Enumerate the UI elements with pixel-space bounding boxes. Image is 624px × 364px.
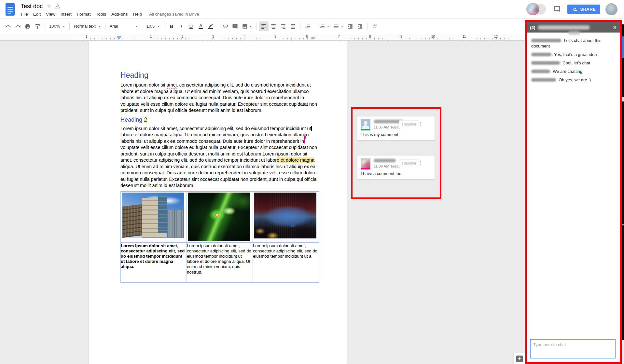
redo-button[interactable] xyxy=(13,21,23,31)
photo-avatar xyxy=(361,158,370,168)
explore-icon xyxy=(516,356,523,362)
comment-text[interactable]: I have a comment too xyxy=(361,171,401,176)
underline-button[interactable]: U xyxy=(186,21,196,31)
comment-menu-icon[interactable] xyxy=(420,161,421,165)
left-indent-bar[interactable] xyxy=(117,36,121,37)
doc-table[interactable]: Lorem ipsum dolor sit amet, consectetur … xyxy=(120,191,319,283)
align-center-button[interactable] xyxy=(269,21,278,31)
chat-input[interactable] xyxy=(530,339,616,358)
font-size-select[interactable]: 10.5 xyxy=(145,21,162,31)
doc-paragraph-2[interactable]: Lorem ipsum dolor sit amet, consectetur … xyxy=(120,126,317,189)
decrease-indent-button[interactable] xyxy=(345,21,355,31)
menu-edit[interactable]: Edit xyxy=(31,11,43,17)
align-justify-button[interactable] xyxy=(288,21,298,31)
close-icon[interactable]: × xyxy=(613,25,617,30)
chat-messages[interactable]: : Let's chat about this document : Yes, … xyxy=(527,33,620,83)
menu-view[interactable]: View xyxy=(43,11,58,17)
scrollbar-thumb[interactable] xyxy=(622,36,624,58)
insert-image-button[interactable] xyxy=(240,21,254,31)
person-add-icon xyxy=(572,7,577,12)
italic-button[interactable]: I xyxy=(176,21,186,31)
green-laser-photo[interactable] xyxy=(188,193,250,241)
highlighted-text: 2 xyxy=(144,116,147,123)
sender-name-blurred xyxy=(531,39,561,42)
menu-help[interactable]: Help xyxy=(130,11,145,17)
bulleted-list-button[interactable] xyxy=(331,21,345,31)
align-right-button[interactable] xyxy=(278,21,288,31)
comment-timestamp: 11:05 AM Today xyxy=(374,125,400,129)
menu-tools[interactable]: Tools xyxy=(93,11,109,17)
clear-formatting-button[interactable] xyxy=(370,21,380,31)
ruler-number: 1 xyxy=(86,35,88,38)
line-spacing-button[interactable] xyxy=(303,21,312,31)
menu-format[interactable]: Format xyxy=(74,11,93,17)
google-docs-logo[interactable] xyxy=(5,3,15,16)
table-cell-text-2[interactable]: Lorem ipsum dolor sit amet, consectetur … xyxy=(187,242,253,283)
doc-paragraph-3[interactable]: . xyxy=(120,283,317,290)
text-color-button[interactable]: A xyxy=(196,21,206,31)
undo-button[interactable] xyxy=(3,21,13,31)
document-body[interactable]: Heading Lorem ipsum dolor sit amej, cons… xyxy=(120,71,317,289)
print-button[interactable] xyxy=(23,21,33,31)
save-status-link[interactable]: All changes saved in Drive xyxy=(149,12,199,17)
building-photo[interactable] xyxy=(122,193,184,238)
ruler-number: 4 xyxy=(244,35,246,38)
paint-format-button[interactable] xyxy=(33,21,42,31)
doc-heading-1[interactable]: Heading xyxy=(120,71,317,80)
document-page[interactable]: Heading Lorem ipsum dolor sit amej, cons… xyxy=(89,40,347,364)
table-cell-text-1[interactable]: Lorem ipsum dolor sit amet, consectetur … xyxy=(121,242,187,283)
numbered-list-button[interactable] xyxy=(317,21,331,31)
right-indent-marker[interactable] xyxy=(311,37,315,40)
highlight-color-button[interactable] xyxy=(206,21,215,31)
resolve-button[interactable]: Resolve xyxy=(399,120,419,128)
insert-comment-button[interactable] xyxy=(230,21,240,31)
misspelled-word: amej xyxy=(167,82,177,88)
document-title[interactable]: Test doc xyxy=(21,3,43,10)
chevron-down-icon xyxy=(327,26,329,27)
table-cell-text-3[interactable]: Lorem ipsum dolor sit amet, consectetur … xyxy=(253,242,319,283)
chevron-down-icon xyxy=(62,26,65,27)
doc-paragraph-1[interactable]: Lorem ipsum dolor sit amej, consectetur … xyxy=(120,82,317,114)
table-cell-image-1[interactable] xyxy=(121,192,187,242)
left-indent-marker[interactable] xyxy=(117,37,121,40)
share-button[interactable]: SHARE xyxy=(567,5,600,14)
menu-insert[interactable]: Insert xyxy=(58,11,74,17)
paragraph-style-select[interactable]: Normal text xyxy=(72,21,103,31)
ruler-number: 1 xyxy=(150,35,152,38)
chat-message: : Let's chat about this document xyxy=(531,38,616,49)
menu-addons[interactable]: Add-ons xyxy=(109,11,130,17)
resolve-button[interactable]: Resolve xyxy=(399,159,419,167)
bold-button[interactable]: B xyxy=(167,21,176,31)
comment-timestamp: 11:06 AM Today xyxy=(374,164,400,168)
explore-button[interactable] xyxy=(513,353,525,364)
table-cell-image-2[interactable] xyxy=(187,192,253,242)
graduation-photo[interactable] xyxy=(254,193,316,238)
ruler-number: 8 xyxy=(369,35,371,38)
chevron-down-icon xyxy=(157,26,160,27)
text-cursor xyxy=(311,126,312,131)
comment-author-name-blurred xyxy=(374,159,396,162)
menu-file[interactable]: File xyxy=(18,11,31,17)
ruler-number: 5 xyxy=(274,35,276,38)
scrollbar[interactable] xyxy=(622,24,624,340)
table-cell-image-3[interactable] xyxy=(253,192,319,242)
chat-message: : Yes, that's a great idea xyxy=(531,52,616,57)
increase-indent-button[interactable] xyxy=(355,21,365,31)
chat-panel: (2) × : Let's chat about this document :… xyxy=(525,20,622,364)
account-avatar[interactable] xyxy=(605,3,617,15)
comment-card-1[interactable]: 11:05 AM Today Resolve This is my commen… xyxy=(357,116,435,141)
open-comments-button[interactable] xyxy=(552,5,562,14)
zoom-select[interactable]: 100% xyxy=(47,21,67,31)
comment-card-2[interactable]: 11:06 AM Today Resolve I have a comment … xyxy=(357,155,435,180)
insert-link-button[interactable] xyxy=(220,21,230,31)
font-select[interactable]: Arial xyxy=(108,21,140,31)
doc-heading-2[interactable]: Heading 2 xyxy=(120,116,317,123)
chat-participant-count: (2) xyxy=(530,25,535,30)
comment-text[interactable]: This is my comment xyxy=(361,132,398,137)
align-left-button[interactable] xyxy=(259,21,269,31)
star-icon[interactable]: ☆ xyxy=(47,4,51,9)
sender-name-blurred xyxy=(531,70,550,73)
collaborator-avatars[interactable] xyxy=(526,3,547,15)
comment-menu-icon[interactable] xyxy=(420,122,421,126)
move-to-folder-icon[interactable] xyxy=(55,4,61,9)
